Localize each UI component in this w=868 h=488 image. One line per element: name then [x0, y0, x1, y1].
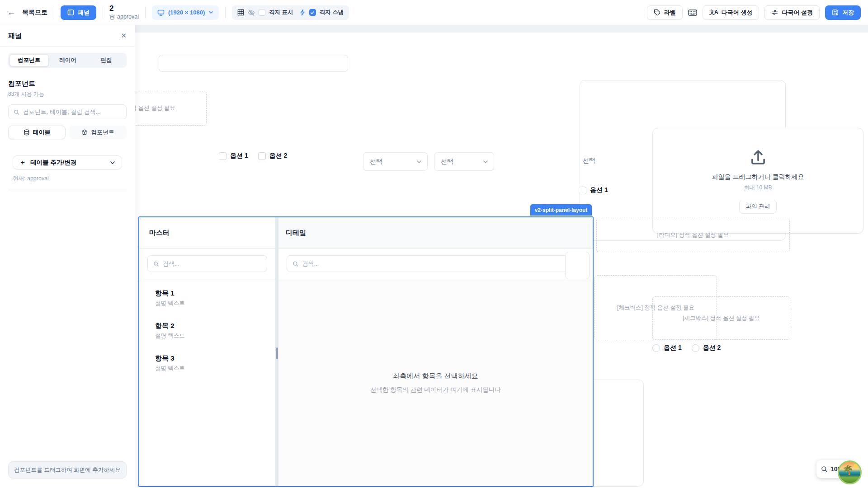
back-to-list-label[interactable]: 목록으로 — [22, 9, 47, 17]
master-search-input[interactable] — [163, 260, 261, 267]
list-item-desc: 설명 텍스트 — [155, 300, 275, 307]
grid-options-group: 격자 표시 격자 스냅 — [232, 5, 349, 20]
component-search-input[interactable] — [23, 108, 121, 115]
label-button[interactable]: 라벨 — [647, 5, 683, 20]
eye-off-icon — [248, 9, 255, 16]
master-search-row — [139, 249, 275, 279]
panel-icon — [67, 9, 74, 16]
bound-table-name: approval — [117, 14, 139, 20]
master-search-box[interactable] — [147, 255, 267, 272]
grid-snap-checkbox[interactable] — [309, 9, 316, 16]
checkbox-option2[interactable] — [258, 152, 266, 160]
palm-tree-icon: 🌴 — [842, 465, 854, 474]
empty-state-title: 좌측에서 항목을 선택하세요 — [393, 372, 478, 380]
search-icon — [153, 261, 159, 267]
chevron-down-icon — [483, 159, 488, 164]
chevron-down-icon — [208, 10, 213, 15]
master-title: 마스터 — [149, 229, 170, 237]
tab-edit[interactable]: 편집 — [87, 54, 125, 66]
back-button[interactable]: ← — [7, 8, 16, 18]
panel-button-label: 패널 — [78, 9, 90, 17]
panel-tabs: 컴포넌트 레이어 편집 — [8, 53, 127, 68]
list-item-desc: 설명 텍스트 — [155, 332, 275, 340]
canvas-select-1[interactable]: 선택 — [363, 152, 428, 171]
radio-option1[interactable] — [652, 344, 660, 352]
screen-size-selector[interactable]: (868 × 488) — [152, 5, 219, 20]
detail-title: 디테일 — [286, 229, 306, 237]
detail-search-box[interactable] — [287, 255, 585, 272]
grid-show-checkbox[interactable] — [259, 9, 265, 16]
canvas-small-component[interactable] — [565, 252, 590, 279]
split-master-panel: 마스터 항목 1 설명 텍스트 항목 2 설명 텍스트 항목 3 설명 텍스트 — [139, 217, 275, 486]
canvas-radio-group[interactable]: 옵션 1 옵션 2 — [652, 344, 721, 352]
list-item-title: 항목 1 — [155, 289, 275, 298]
empty-state-desc: 선택한 항목의 관련 데이터가 여기에 표시됩니다 — [370, 386, 501, 394]
panel-toggle-button[interactable]: 패널 — [61, 5, 96, 20]
components-panel: 패널 ✕ 컴포넌트 레이어 편집 컴포넌트 83개 사용 가능 테이블 컴포넌트… — [0, 25, 135, 488]
tab-components[interactable]: 컴포넌트 — [9, 54, 49, 66]
divider — [8, 190, 127, 190]
card-checkbox[interactable] — [579, 187, 586, 194]
tab-layers[interactable]: 레이어 — [49, 54, 87, 66]
source-tab-components-label: 컴포넌트 — [91, 128, 114, 136]
canvas-checkbox-group[interactable]: 옵션 1 옵션 2 — [219, 152, 287, 160]
add-table-label: 테이블 추가/변경 — [30, 159, 105, 167]
i18n-settings-label: 다국어 설정 — [782, 9, 813, 17]
screen-size-value: (868 × 488) — [168, 9, 205, 16]
search-icon — [14, 109, 19, 115]
list-item[interactable]: 항목 3 설명 텍스트 — [155, 351, 275, 383]
close-icon[interactable]: ✕ — [121, 32, 127, 40]
source-tab-tables[interactable]: 테이블 — [8, 126, 66, 139]
placeholder-radio-component[interactable]: [라디오] 정적 옵션 설정 필요 — [596, 218, 790, 252]
check-icon — [310, 10, 315, 15]
placeholder-radio-text: [라디오] 정적 옵션 설정 필요 — [657, 231, 729, 239]
split-detail-panel: 디테일 좌측에서 항목을 선택하세요 선택한 항목의 관련 데이터가 여기에 표… — [278, 217, 593, 486]
plus-icon: ＋ — [19, 159, 26, 167]
component-search-box[interactable] — [8, 104, 127, 119]
save-button[interactable]: 저장 — [825, 5, 861, 20]
chevron-down-icon — [110, 160, 115, 165]
source-tab-components[interactable]: 컴포넌트 — [69, 126, 127, 139]
monitor-icon — [157, 9, 165, 16]
radio-option2[interactable] — [692, 344, 699, 352]
list-item[interactable]: 항목 1 설명 텍스트 — [155, 286, 275, 318]
lightning-icon — [300, 9, 306, 16]
i18n-generate-button[interactable]: 文A 다국어 생성 — [703, 5, 759, 20]
upload-title: 파일을 드래그하거나 클릭하세요 — [712, 173, 804, 181]
canvas-select-2[interactable]: 선택 — [434, 152, 494, 171]
detail-search-input[interactable] — [302, 260, 579, 267]
grid-snap-label: 격자 스냅 — [320, 9, 344, 16]
list-item-title: 항목 2 — [155, 322, 275, 330]
master-list: 항목 1 설명 텍스트 항목 2 설명 텍스트 항목 3 설명 텍스트 — [139, 279, 275, 383]
component-type-badge-label: v2-split-panel-layout — [535, 207, 588, 213]
grid-icon — [237, 9, 244, 16]
i18n-settings-button[interactable]: 다국어 설정 — [764, 5, 820, 20]
card-checkbox-row[interactable]: 옵션 1 — [579, 186, 608, 194]
current-table-label: 현재: approval — [13, 175, 122, 183]
select-1-value: 선택 — [370, 158, 382, 166]
add-table-button[interactable]: ＋ 테이블 추가/변경 — [13, 155, 122, 169]
canvas-text-input[interactable] — [159, 55, 348, 72]
island-app-icon[interactable]: 🌴 — [838, 460, 862, 484]
components-section-title: 컴포넌트 — [8, 80, 127, 88]
divider — [225, 7, 226, 19]
resizer-grip — [276, 347, 278, 359]
divider — [54, 7, 54, 19]
shortcut-keyboard-button[interactable] — [688, 9, 697, 16]
upload-icon — [749, 148, 768, 167]
radio-option2-label: 옵션 2 — [703, 344, 721, 352]
checkbox-option1-label: 옵션 1 — [230, 152, 248, 160]
checkbox-option1[interactable] — [219, 152, 226, 160]
placeholder-checkbox-component-2[interactable]: [체크박스] 정적 옵션 설정 필요 — [652, 296, 790, 340]
back-arrow-icon: ← — [7, 8, 16, 18]
split-resizer-handle[interactable] — [275, 217, 278, 486]
database-icon — [109, 14, 115, 20]
file-manage-button[interactable]: 파일 관리 — [739, 200, 777, 214]
list-item-desc: 설명 텍스트 — [155, 365, 275, 372]
list-item[interactable]: 항목 2 설명 텍스트 — [155, 318, 275, 351]
source-tab-tables-label: 테이블 — [33, 128, 51, 136]
card-select-label[interactable]: 선택 — [583, 157, 595, 165]
split-panel-component[interactable]: 마스터 항목 1 설명 텍스트 항목 2 설명 텍스트 항목 3 설명 텍스트 — [138, 216, 594, 487]
sliders-icon — [771, 9, 778, 16]
drag-hint: 컴포넌트를 드래그하여 화면에 추가하세요 — [8, 461, 127, 479]
